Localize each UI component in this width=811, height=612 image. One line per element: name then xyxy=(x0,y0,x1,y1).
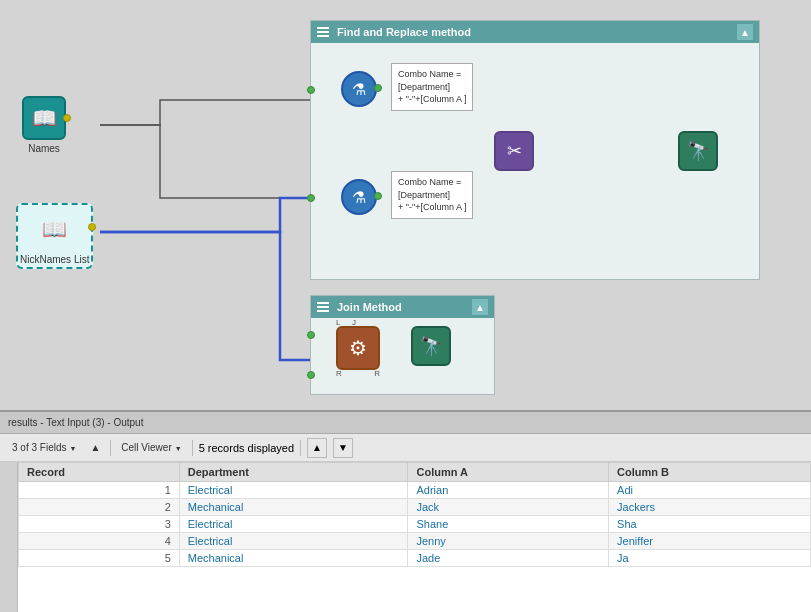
cell-record: 5 xyxy=(19,550,180,567)
formula1-text: Combo Name =[Department]+ "-"+[Column A … xyxy=(398,69,466,104)
cell-columna: Jade xyxy=(408,550,609,567)
data-table: Record Department Column A Column B 1 El… xyxy=(18,462,811,567)
cell-record: 3 xyxy=(19,516,180,533)
formula2-text: Combo Name =[Department]+ "-"+[Column A … xyxy=(398,177,466,212)
formula-box-2[interactable]: Combo Name =[Department]+ "-"+[Column A … xyxy=(391,171,473,219)
col-record: Record xyxy=(19,463,180,482)
toolbar-divider-3 xyxy=(300,440,301,456)
cell-columna: Jenny xyxy=(408,533,609,550)
join-j-label: J xyxy=(352,318,356,327)
results-panel: results - Text Input (3) - Output 3 of 3… xyxy=(0,410,811,612)
cell-record: 2 xyxy=(19,499,180,516)
table-head: Record Department Column A Column B xyxy=(19,463,811,482)
cell-columnb: Jackers xyxy=(609,499,811,516)
cell-record: 4 xyxy=(19,533,180,550)
cell-department: Mechanical xyxy=(179,550,408,567)
toolbar-divider-1 xyxy=(110,440,111,456)
scroll-down-button[interactable]: ▼ xyxy=(333,438,353,458)
formula-box-1[interactable]: Combo Name =[Department]+ "-"+[Column A … xyxy=(391,63,473,111)
table-row: 2 Mechanical Jack Jackers xyxy=(19,499,811,516)
viewer-chevron-icon xyxy=(175,442,182,453)
flask1-out-dot xyxy=(374,84,382,92)
names-icon: 📖 xyxy=(22,96,66,140)
col-department: Department xyxy=(179,463,408,482)
table-row: 1 Electrical Adrian Adi xyxy=(19,482,811,499)
fields-label: 3 of 3 Fields xyxy=(12,442,66,453)
table-row: 5 Mechanical Jade Ja xyxy=(19,550,811,567)
binoculars1-tool[interactable]: 🔭 xyxy=(678,131,718,171)
left-strip xyxy=(0,462,18,612)
join-bars-icon xyxy=(317,301,333,313)
results-header: results - Text Input (3) - Output xyxy=(0,412,811,434)
binoculars2-tool[interactable]: 🔭 xyxy=(411,326,451,366)
join-collapse-button[interactable]: ▲ xyxy=(472,299,488,315)
find-replace-tool[interactable]: ✂ xyxy=(494,131,534,171)
cell-columnb: Adi xyxy=(609,482,811,499)
table-row: 4 Electrical Jenny Jeniffer xyxy=(19,533,811,550)
join-panel-title: Join Method xyxy=(337,301,402,313)
join-panel: Join Method ▲ L J R R ⚙ 🔭 xyxy=(310,295,495,395)
table-container: Record Department Column A Column B 1 El… xyxy=(18,462,811,610)
panel-bars-icon xyxy=(317,26,333,38)
table-area: Record Department Column A Column B 1 El… xyxy=(0,462,811,612)
far-panel-header: Find and Replace method ▲ xyxy=(311,21,759,43)
cell-department: Electrical xyxy=(179,533,408,550)
join-tool-container: L J R R ⚙ xyxy=(336,326,380,370)
join-panel-header: Join Method ▲ xyxy=(311,296,494,318)
cell-department: Electrical xyxy=(179,482,408,499)
viewer-label: Cell Viewer xyxy=(121,442,171,453)
cell-columna: Jack xyxy=(408,499,609,516)
join-r-label: R xyxy=(336,369,342,378)
results-toolbar: 3 of 3 Fields ▲ Cell Viewer 5 records di… xyxy=(0,434,811,462)
cell-columnb: Jeniffer xyxy=(609,533,811,550)
names-output-dot xyxy=(63,114,71,122)
nicknames-icon: 📖 xyxy=(33,207,77,251)
nicknames-output-dot xyxy=(88,223,96,231)
col-columna: Column A xyxy=(408,463,609,482)
join-r2-label: R xyxy=(374,369,380,378)
workflow-canvas: 📖 Names 📖 NickNames List Find and Replac… xyxy=(0,0,811,410)
cell-department: Mechanical xyxy=(179,499,408,516)
nicknames-node[interactable]: 📖 NickNames List xyxy=(16,203,93,269)
fields-dropdown-button[interactable]: 3 of 3 Fields xyxy=(8,440,80,455)
flask2-icon: ⚗ xyxy=(341,179,377,215)
flask1-icon: ⚗ xyxy=(341,71,377,107)
viewer-dropdown-button[interactable]: Cell Viewer xyxy=(117,440,185,455)
cell-columna: Adrian xyxy=(408,482,609,499)
sort-asc-button[interactable]: ▲ xyxy=(86,440,104,455)
flask2-out-dot xyxy=(374,192,382,200)
results-header-text: results - Text Input (3) - Output xyxy=(8,417,143,428)
cell-department: Electrical xyxy=(179,516,408,533)
flask1-node[interactable]: ⚗ xyxy=(341,71,377,107)
nicknames-label: NickNames List xyxy=(20,254,89,265)
far-header-left: Find and Replace method xyxy=(317,26,471,38)
cell-columnb: Sha xyxy=(609,516,811,533)
table-scroll[interactable]: Record Department Column A Column B 1 El… xyxy=(18,462,811,610)
join-icon[interactable]: ⚙ xyxy=(336,326,380,370)
toolbar-divider-2 xyxy=(192,440,193,456)
join-input2-dot xyxy=(307,371,315,379)
far-collapse-button[interactable]: ▲ xyxy=(737,24,753,40)
cell-columna: Shane xyxy=(408,516,609,533)
join-l-label: L xyxy=(336,318,340,327)
cell-record: 1 xyxy=(19,482,180,499)
join-input-dot xyxy=(307,331,315,339)
names-node[interactable]: 📖 Names xyxy=(22,96,66,154)
far-panel-title: Find and Replace method xyxy=(337,26,471,38)
far-input2-dot xyxy=(307,194,315,202)
join-header-left: Join Method xyxy=(317,301,402,313)
scroll-up-button[interactable]: ▲ xyxy=(307,438,327,458)
header-row: Record Department Column A Column B xyxy=(19,463,811,482)
far-input1-dot xyxy=(307,86,315,94)
table-row: 3 Electrical Shane Sha xyxy=(19,516,811,533)
flask2-node[interactable]: ⚗ xyxy=(341,179,377,215)
cell-columnb: Ja xyxy=(609,550,811,567)
names-label: Names xyxy=(28,143,60,154)
col-columnb: Column B xyxy=(609,463,811,482)
fields-chevron-icon xyxy=(69,442,76,453)
far-panel: Find and Replace method ▲ ⚗ Combo Name =… xyxy=(310,20,760,280)
records-count: 5 records displayed xyxy=(199,442,294,454)
table-body: 1 Electrical Adrian Adi 2 Mechanical Jac… xyxy=(19,482,811,567)
